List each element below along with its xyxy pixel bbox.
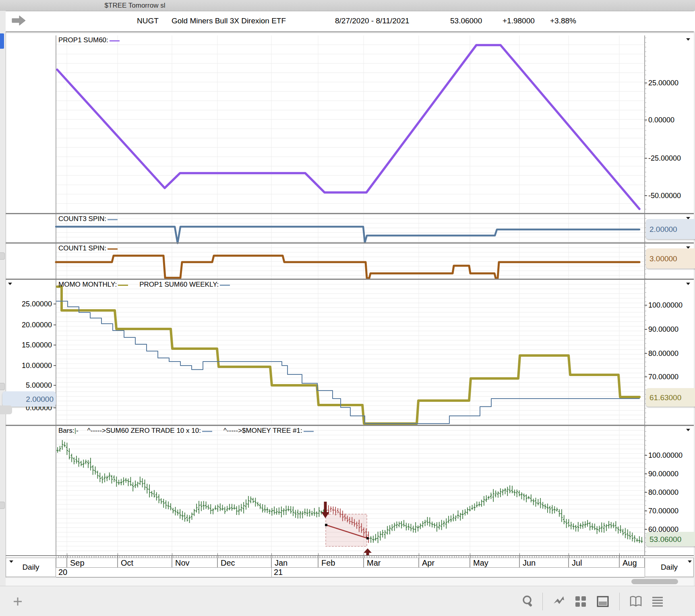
year-label-20: 20 [58,568,67,577]
toolbar-separator [619,593,620,610]
trade-zone-rect [326,514,367,546]
axis-label: 90.00000 [648,470,678,478]
pane-label-text: - [76,427,79,434]
pane-handle-fragment [0,405,12,414]
pane-label-count1-spin: COUNT1 SPIN: [58,244,120,252]
axis-label: 25.00000 [648,79,678,87]
axis-label: 70.00000 [648,373,678,381]
pane-label-prop1-sum60: PROP1 SUM60: [58,36,122,44]
series-color-swatch [304,431,314,432]
pane-options-chevron-icon[interactable] [686,283,690,285]
series-count3-spin [56,227,639,243]
month-box-feb[interactable]: Feb [318,558,364,568]
pane-handle-fragment [0,383,5,390]
pane-label-text: MOMO MONTHLY: [58,281,117,288]
month-box-nov[interactable]: Nov [172,558,217,568]
month-box[interactable] [56,558,67,568]
value-box-count1-spin: 3.00000 [646,248,695,269]
chevron-down-icon[interactable] [9,560,13,563]
pane-label-text: PROP1 SUM60 WEEKLY: [139,281,219,288]
search-icon[interactable] [521,595,535,608]
pane-label-text: COUNT1 SPIN: [58,244,106,252]
timeframe-box-left[interactable]: Daily [6,558,56,577]
horizontal-scrollbar-thumb[interactable] [631,579,678,584]
pane-options-chevron-icon[interactable] [686,38,690,41]
month-box-jun[interactable]: Jun [519,558,569,568]
horizontal-scrollbar-track[interactable] [6,577,694,586]
month-box-apr[interactable]: Apr [419,558,470,568]
axis-label: 5.00000 [4,381,52,389]
axis-label: 15.00000 [4,341,52,349]
pane-options-chevron-icon[interactable] [8,283,12,285]
month-box-jul[interactable]: Jul [569,558,619,568]
axis-label: 20.00000 [4,321,52,329]
chevron-down-icon[interactable] [688,560,692,563]
pane-label-text: Bars: [58,427,74,434]
value-box-momo-weekly: 61.63000 [646,388,695,407]
series-color-swatch [118,285,128,286]
trend-handle [366,537,369,540]
month-box-jan[interactable]: Jan [271,558,318,568]
pane-separator[interactable] [6,279,694,280]
pane-label-momo-weekly: MOMO MONTHLY:PROP1 SUM60 WEEKLY: [58,281,232,289]
pane-label-text: ^----->SUM60 ZERO TRADE 10 x 10: [87,427,201,434]
month-box-dec[interactable]: Dec [217,558,271,568]
month-box-oct[interactable]: Oct [118,558,172,568]
toolbar-separator [542,593,543,610]
menu-icon[interactable] [651,595,664,608]
axis-label: 90.00000 [648,325,678,333]
axis-label: 70.00000 [648,507,678,515]
month-box-mar[interactable]: Mar [364,558,419,568]
series-prop1-sum60 [57,45,639,209]
flash-icon[interactable] [552,595,566,608]
pane-label-count3-spin: COUNT3 SPIN: [58,215,120,223]
series-count1-spin [56,256,639,278]
pane-label-bars: Bars:|-^----->SUM60 ZERO TRADE 10 x 10:^… [58,427,316,435]
series-color-swatch [220,285,230,286]
axis-label: 10.00000 [4,362,52,370]
year-divider [271,568,272,577]
bottom-toolbar [0,586,695,616]
axis-label: -25.00000 [648,154,681,162]
left-value-box: 2.00000 [2,391,56,407]
axis-label: 80.00000 [648,488,678,496]
pane-separator[interactable] [6,242,694,244]
axis-label: 100.00000 [648,301,683,309]
grid-icon[interactable] [574,595,587,608]
pane-label-text: ^----->$MONEY TREE #1: [223,427,302,434]
pane-handle-fragment [0,502,5,509]
trend-handle [325,524,327,526]
axis-label: 100.00000 [648,451,683,459]
pane-handle-fragment [0,252,5,260]
series-color-swatch [202,431,212,432]
timeframe-label-left: Daily [22,563,39,572]
chart-application-window: { "window": { "title": "$TREE Tomorrow s… [0,0,695,616]
pane-options-chevron-icon[interactable] [686,429,690,431]
timeframe-box-right[interactable]: Daily [645,558,694,577]
pane-separator[interactable] [6,425,694,426]
axis-label: -50.00000 [648,192,681,200]
month-box-sep[interactable]: Sep [67,558,118,568]
add-button[interactable] [12,596,23,607]
timeframe-label-right: Daily [661,563,678,572]
series-color-swatch [108,248,118,250]
axis-label: 0.00000 [648,116,674,124]
axis-label: 80.00000 [648,349,678,358]
series-color-swatch [110,40,120,41]
value-box-count3-spin: 2.00000 [646,219,695,239]
date-axis-tick-strip [56,554,645,558]
chart-canvas [0,0,695,616]
year-label-21: 21 [274,568,283,577]
axis-label: 25.00000 [4,300,52,308]
pane-label-text: PROP1 SUM60: [58,36,108,44]
pane-separator[interactable] [6,213,694,214]
series-color-swatch [108,219,118,220]
frame-icon[interactable] [596,595,610,608]
month-box-aug[interactable]: Aug [619,558,645,568]
book-icon[interactable] [629,595,643,608]
value-box-bars: 53.06000 [646,532,695,546]
pane-label-text: COUNT3 SPIN: [58,215,106,223]
month-box-may[interactable]: May [470,558,519,568]
series-momo-monthly [57,287,639,424]
